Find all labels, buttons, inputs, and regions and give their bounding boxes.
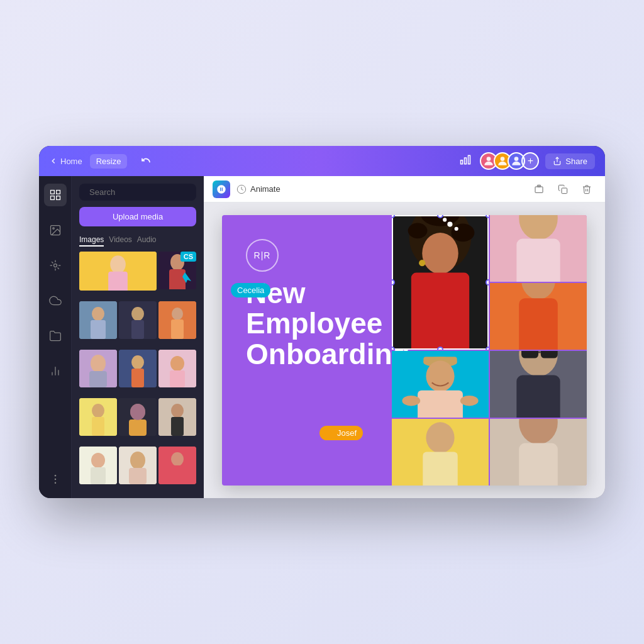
image-cell-14[interactable] bbox=[158, 447, 196, 484]
tab-audio[interactable]: Audio bbox=[137, 234, 157, 247]
svg-point-83 bbox=[419, 260, 425, 266]
canva-logo bbox=[213, 180, 230, 198]
tab-images[interactable]: Images bbox=[79, 234, 104, 247]
main-content: Upload media Images Videos Audio bbox=[39, 176, 605, 498]
collage-cell-7 bbox=[490, 419, 587, 486]
svg-point-66 bbox=[171, 452, 184, 466]
share-button[interactable]: Share bbox=[545, 153, 595, 169]
canvas-toolbar: Animate bbox=[204, 176, 605, 203]
svg-point-82 bbox=[443, 218, 447, 221]
delete-button[interactable] bbox=[577, 180, 596, 199]
sidebar-icon-folder[interactable] bbox=[44, 325, 67, 347]
animate-button[interactable]: Animate bbox=[236, 184, 280, 194]
image-cell-10[interactable] bbox=[119, 398, 157, 436]
image-cell-2[interactable]: CS bbox=[158, 252, 196, 289]
svg-rect-42 bbox=[89, 371, 107, 387]
svg-rect-102 bbox=[516, 375, 560, 418]
heading-line2: Employee bbox=[246, 308, 410, 338]
josef-label: Josef bbox=[337, 428, 357, 438]
svg-rect-58 bbox=[171, 417, 184, 436]
resize-button[interactable]: Resize bbox=[90, 154, 128, 169]
add-to-presentation-button[interactable] bbox=[530, 180, 548, 199]
svg-point-63 bbox=[130, 452, 145, 469]
svg-point-77 bbox=[408, 223, 428, 239]
sidebar-icon-chart[interactable] bbox=[44, 360, 67, 382]
svg-point-35 bbox=[131, 307, 144, 321]
image-cell-1[interactable] bbox=[79, 252, 157, 291]
svg-rect-2 bbox=[469, 155, 470, 164]
share-label: Share bbox=[565, 157, 587, 166]
svg-point-50 bbox=[92, 404, 104, 418]
svg-point-78 bbox=[451, 224, 474, 242]
svg-point-20 bbox=[54, 479, 56, 480]
collage-cell-6 bbox=[392, 419, 489, 486]
tab-videos[interactable]: Videos bbox=[109, 234, 131, 247]
svg-rect-61 bbox=[91, 467, 106, 484]
top-bar-left: Home Resize bbox=[49, 153, 157, 170]
sidebar-icons bbox=[39, 176, 72, 498]
handle-br[interactable] bbox=[486, 347, 489, 350]
sidebar-icon-elements[interactable] bbox=[44, 254, 67, 277]
svg-point-6 bbox=[501, 157, 505, 161]
image-cell-12[interactable] bbox=[79, 447, 117, 484]
svg-rect-9 bbox=[50, 191, 54, 194]
upload-media-button[interactable]: Upload media bbox=[79, 207, 196, 226]
image-cell-13[interactable] bbox=[119, 447, 157, 484]
handle-bottom[interactable] bbox=[437, 347, 443, 350]
sidebar-icon-image[interactable] bbox=[44, 219, 67, 242]
image-cell-9[interactable] bbox=[79, 398, 117, 436]
image-cell-6[interactable] bbox=[79, 350, 117, 387]
image-cell-3[interactable] bbox=[79, 301, 117, 339]
svg-rect-12 bbox=[56, 196, 60, 200]
sidebar-icon-cloud[interactable] bbox=[44, 289, 67, 312]
canvas-logo: R|R bbox=[246, 239, 279, 272]
svg-point-7 bbox=[514, 157, 519, 161]
svg-rect-39 bbox=[171, 319, 184, 339]
analytics-button[interactable] bbox=[457, 152, 474, 170]
svg-point-5 bbox=[487, 157, 491, 161]
add-collaborator-button[interactable]: + bbox=[521, 152, 539, 170]
top-bar-right: + Share bbox=[457, 152, 595, 170]
image-cell-8[interactable] bbox=[158, 350, 196, 387]
cursor-icon bbox=[326, 429, 335, 438]
cs-badge: CS bbox=[180, 252, 196, 262]
josef-tooltip: Josef bbox=[319, 426, 363, 440]
svg-point-96 bbox=[460, 396, 479, 406]
sidebar-icon-more[interactable] bbox=[44, 468, 67, 491]
svg-point-104 bbox=[426, 422, 454, 453]
duplicate-button[interactable] bbox=[553, 180, 572, 199]
undo-button[interactable] bbox=[135, 153, 157, 170]
search-box[interactable] bbox=[79, 184, 196, 201]
handle-right[interactable] bbox=[486, 279, 489, 286]
svg-rect-45 bbox=[131, 369, 144, 387]
svg-point-93 bbox=[426, 361, 454, 392]
collage-cell-2 bbox=[490, 215, 587, 282]
image-cell-7[interactable] bbox=[119, 350, 157, 387]
svg-rect-4 bbox=[461, 160, 463, 164]
canvas-viewport[interactable]: R|R New Employee Onboarding bbox=[204, 203, 605, 498]
svg-point-15 bbox=[53, 264, 57, 267]
search-input[interactable] bbox=[89, 187, 195, 197]
svg-rect-48 bbox=[170, 370, 185, 387]
svg-point-19 bbox=[54, 475, 56, 477]
svg-point-44 bbox=[131, 355, 144, 369]
cecelia-tooltip: Cecelia bbox=[231, 283, 270, 297]
image-cell-11[interactable] bbox=[158, 398, 196, 436]
collage-cell-5 bbox=[490, 351, 587, 418]
home-label: Home bbox=[60, 157, 82, 166]
heading-line3: Onboarding bbox=[246, 339, 410, 369]
canvas-logo-text: R|R bbox=[254, 250, 271, 260]
back-button[interactable]: Home bbox=[49, 157, 82, 166]
sidebar-icon-grid[interactable] bbox=[44, 184, 67, 206]
svg-point-55 bbox=[130, 404, 145, 420]
media-panel-inner: Upload media bbox=[72, 176, 204, 234]
image-cell-5[interactable] bbox=[158, 301, 196, 339]
page-background: Home Resize bbox=[0, 0, 644, 644]
image-grid: CS bbox=[72, 247, 204, 498]
svg-rect-29 bbox=[169, 269, 186, 289]
image-cell-4[interactable] bbox=[119, 301, 157, 339]
svg-rect-105 bbox=[423, 452, 457, 486]
avatar-group: + bbox=[480, 152, 539, 170]
heading-line1: New bbox=[246, 278, 410, 308]
svg-rect-76 bbox=[411, 273, 469, 350]
